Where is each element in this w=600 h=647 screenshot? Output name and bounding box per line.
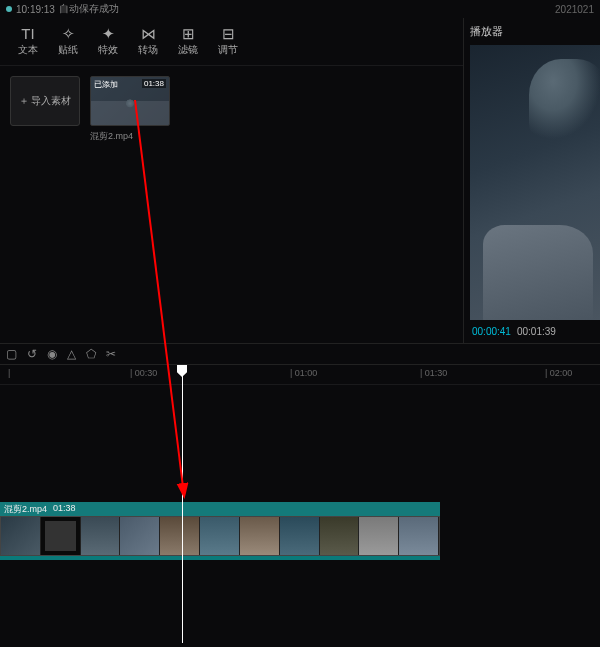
effects-icon: ✦ bbox=[102, 26, 115, 41]
playhead[interactable] bbox=[182, 365, 183, 643]
frame-thumb bbox=[240, 517, 280, 555]
ruler-tick: | 01:30 bbox=[420, 368, 447, 378]
frame-thumb bbox=[120, 517, 160, 555]
frame-thumb bbox=[280, 517, 320, 555]
timeline-tracks[interactable]: 混剪2.mp4 01:38 bbox=[0, 385, 600, 645]
tab-transition[interactable]: ⋈ 转场 bbox=[128, 22, 168, 61]
frame-thumb bbox=[320, 517, 360, 555]
ruler-tick: | 02:00 bbox=[545, 368, 572, 378]
text-icon: TI bbox=[21, 26, 34, 41]
import-label: ＋ 导入素材 bbox=[19, 94, 72, 108]
filter-icon: ⊞ bbox=[182, 26, 195, 41]
frame-thumb bbox=[200, 517, 240, 555]
video-track-clip[interactable]: 混剪2.mp4 01:38 bbox=[0, 502, 440, 560]
frame-thumb bbox=[399, 517, 439, 555]
frame-thumb bbox=[41, 517, 81, 555]
title-bar: 10:19:13 自动保存成功 2021021 bbox=[0, 0, 600, 18]
crop-icon[interactable]: ✂ bbox=[106, 347, 116, 361]
frame-thumb bbox=[160, 517, 200, 555]
tab-label: 调节 bbox=[218, 43, 238, 57]
status-timestamp: 10:19:13 bbox=[16, 4, 55, 15]
status-area: 10:19:13 自动保存成功 bbox=[6, 2, 119, 16]
tab-label: 贴纸 bbox=[58, 43, 78, 57]
mirror-icon[interactable]: △ bbox=[67, 347, 76, 361]
time-display: 00:00:41 00:01:39 bbox=[470, 320, 600, 343]
track-clip-label-bar: 混剪2.mp4 01:38 bbox=[0, 502, 440, 516]
current-time: 00:00:41 bbox=[472, 326, 511, 337]
select-tool-icon[interactable]: ▢ bbox=[6, 347, 17, 361]
tab-label: 转场 bbox=[138, 43, 158, 57]
ruler-tick: | bbox=[8, 368, 10, 378]
undo-icon[interactable]: ↺ bbox=[27, 347, 37, 361]
adjust-icon: ⊟ bbox=[222, 26, 235, 41]
clip-filename: 混剪2.mp4 bbox=[90, 130, 170, 143]
media-clip[interactable]: 已添加 01:38 混剪2.mp4 bbox=[90, 76, 170, 143]
date-display: 2021021 bbox=[555, 4, 594, 15]
clip-added-badge: 已添加 bbox=[94, 79, 118, 90]
preview-viewport[interactable] bbox=[470, 45, 600, 320]
total-time: 00:01:39 bbox=[517, 326, 556, 337]
timeline-toolbar: ▢ ↺ ◉ △ ⬠ ✂ bbox=[0, 343, 600, 365]
main-area: TI 文本 ✧ 贴纸 ✦ 特效 ⋈ 转场 ⊞ 滤镜 ⊟ 调节 bbox=[0, 18, 600, 343]
ruler-tick: | 01:00 bbox=[290, 368, 317, 378]
frame-thumb bbox=[359, 517, 399, 555]
track-audio-strip bbox=[0, 556, 440, 560]
track-thumbnails[interactable] bbox=[0, 516, 440, 556]
frame-thumb bbox=[81, 517, 121, 555]
status-text: 自动保存成功 bbox=[59, 2, 119, 16]
import-media-button[interactable]: ＋ 导入素材 bbox=[10, 76, 80, 126]
rotate-icon[interactable]: ⬠ bbox=[86, 347, 96, 361]
transition-icon: ⋈ bbox=[141, 26, 156, 41]
media-bin[interactable]: ＋ 导入素材 已添加 01:38 混剪2.mp4 bbox=[0, 66, 463, 343]
clip-thumbnail[interactable]: 已添加 01:38 bbox=[90, 76, 170, 126]
tab-label: 特效 bbox=[98, 43, 118, 57]
record-icon[interactable]: ◉ bbox=[47, 347, 57, 361]
tab-label: 文本 bbox=[18, 43, 38, 57]
preview-header: 播放器 bbox=[470, 24, 600, 45]
tool-tabs: TI 文本 ✧ 贴纸 ✦ 特效 ⋈ 转场 ⊞ 滤镜 ⊟ 调节 bbox=[0, 18, 463, 66]
ruler-tick: | 00:30 bbox=[130, 368, 157, 378]
tab-effects[interactable]: ✦ 特效 bbox=[88, 22, 128, 61]
track-clip-name: 混剪2.mp4 bbox=[4, 503, 47, 515]
tab-text[interactable]: TI 文本 bbox=[8, 22, 48, 61]
preview-panel: 播放器 00:00:41 00:01:39 bbox=[464, 18, 600, 343]
tab-adjust[interactable]: ⊟ 调节 bbox=[208, 22, 248, 61]
tab-sticker[interactable]: ✧ 贴纸 bbox=[48, 22, 88, 61]
tab-label: 滤镜 bbox=[178, 43, 198, 57]
tab-filter[interactable]: ⊞ 滤镜 bbox=[168, 22, 208, 61]
sticker-icon: ✧ bbox=[62, 26, 75, 41]
status-dot-icon bbox=[6, 6, 12, 12]
clip-duration: 01:38 bbox=[142, 79, 166, 88]
frame-thumb bbox=[1, 517, 41, 555]
track-clip-duration: 01:38 bbox=[53, 503, 76, 515]
timeline-ruler[interactable]: | | 00:30 | 01:00 | 01:30 | 02:00 bbox=[0, 365, 600, 385]
media-panel: TI 文本 ✧ 贴纸 ✦ 特效 ⋈ 转场 ⊞ 滤镜 ⊟ 调节 bbox=[0, 18, 464, 343]
